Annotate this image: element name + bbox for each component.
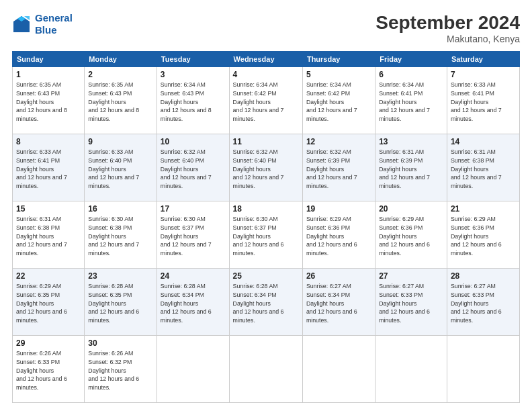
col-monday: Monday [85, 52, 157, 67]
col-sunday: Sunday [13, 52, 85, 67]
table-row: 16 Sunrise: 6:30 AM Sunset: 6:38 PM Dayl… [85, 201, 157, 269]
table-row: 20 Sunrise: 6:29 AM Sunset: 6:36 PM Dayl… [375, 201, 447, 269]
day-info: Sunrise: 6:31 AM Sunset: 6:38 PM Dayligh… [16, 215, 81, 258]
table-row: 2 Sunrise: 6:35 AM Sunset: 6:43 PM Dayli… [85, 67, 157, 134]
day-number: 13 [379, 137, 443, 146]
day-info: Sunrise: 6:29 AM Sunset: 6:35 PM Dayligh… [16, 282, 81, 325]
day-info: Sunrise: 6:34 AM Sunset: 6:42 PM Dayligh… [233, 81, 299, 124]
col-thursday: Thursday [302, 52, 375, 67]
table-row: 3 Sunrise: 6:34 AM Sunset: 6:43 PM Dayli… [157, 67, 229, 134]
day-info: Sunrise: 6:28 AM Sunset: 6:34 PM Dayligh… [233, 282, 299, 325]
table-row: 9 Sunrise: 6:33 AM Sunset: 6:40 PM Dayli… [85, 134, 157, 201]
table-row: 12 Sunrise: 6:32 AM Sunset: 6:39 PM Dayl… [302, 134, 375, 201]
calendar-table: Sunday Monday Tuesday Wednesday Thursday… [12, 51, 520, 403]
table-row [447, 336, 519, 403]
day-number: 30 [88, 338, 153, 348]
day-info: Sunrise: 6:32 AM Sunset: 6:40 PM Dayligh… [161, 148, 226, 191]
day-number: 4 [233, 70, 299, 79]
day-info: Sunrise: 6:27 AM Sunset: 6:34 PM Dayligh… [306, 282, 371, 325]
calendar-header-row: Sunday Monday Tuesday Wednesday Thursday… [13, 52, 520, 67]
table-row [229, 336, 302, 403]
day-number: 21 [451, 204, 516, 214]
day-number: 17 [161, 204, 226, 214]
day-info: Sunrise: 6:34 AM Sunset: 6:42 PM Dayligh… [306, 81, 371, 124]
day-number: 3 [161, 70, 226, 79]
day-info: Sunrise: 6:33 AM Sunset: 6:41 PM Dayligh… [16, 148, 81, 191]
table-row: 7 Sunrise: 6:33 AM Sunset: 6:41 PM Dayli… [447, 67, 519, 134]
col-friday: Friday [375, 52, 447, 67]
table-row: 1 Sunrise: 6:35 AM Sunset: 6:43 PM Dayli… [13, 67, 85, 134]
page: GeneralBlue September 2024 Makutano, Ken… [0, 0, 532, 411]
day-number: 20 [379, 204, 443, 214]
day-info: Sunrise: 6:33 AM Sunset: 6:41 PM Dayligh… [451, 81, 516, 124]
day-info: Sunrise: 6:32 AM Sunset: 6:39 PM Dayligh… [306, 148, 371, 191]
table-row: 26 Sunrise: 6:27 AM Sunset: 6:34 PM Dayl… [302, 269, 375, 336]
day-info: Sunrise: 6:35 AM Sunset: 6:43 PM Dayligh… [88, 81, 153, 124]
day-info: Sunrise: 6:27 AM Sunset: 6:33 PM Dayligh… [451, 282, 516, 325]
table-row: 23 Sunrise: 6:28 AM Sunset: 6:35 PM Dayl… [85, 269, 157, 336]
table-row [302, 336, 375, 403]
day-info: Sunrise: 6:30 AM Sunset: 6:38 PM Dayligh… [88, 215, 153, 258]
day-info: Sunrise: 6:29 AM Sunset: 6:36 PM Dayligh… [379, 215, 443, 258]
table-row: 14 Sunrise: 6:31 AM Sunset: 6:38 PM Dayl… [447, 134, 519, 201]
day-number: 23 [88, 271, 153, 281]
day-number: 15 [16, 204, 81, 214]
day-info: Sunrise: 6:30 AM Sunset: 6:37 PM Dayligh… [233, 215, 299, 258]
table-row: 8 Sunrise: 6:33 AM Sunset: 6:41 PM Dayli… [13, 134, 85, 201]
day-number: 24 [161, 271, 226, 281]
table-row: 22 Sunrise: 6:29 AM Sunset: 6:35 PM Dayl… [13, 269, 85, 336]
table-row: 19 Sunrise: 6:29 AM Sunset: 6:36 PM Dayl… [302, 201, 375, 269]
day-info: Sunrise: 6:28 AM Sunset: 6:35 PM Dayligh… [88, 282, 153, 325]
day-number: 25 [233, 271, 299, 281]
table-row: 6 Sunrise: 6:34 AM Sunset: 6:41 PM Dayli… [375, 67, 447, 134]
table-row: 27 Sunrise: 6:27 AM Sunset: 6:33 PM Dayl… [375, 269, 447, 336]
day-number: 8 [16, 137, 81, 146]
table-row: 29 Sunrise: 6:26 AM Sunset: 6:33 PM Dayl… [13, 336, 85, 403]
day-info: Sunrise: 6:32 AM Sunset: 6:40 PM Dayligh… [233, 148, 299, 191]
day-info: Sunrise: 6:28 AM Sunset: 6:34 PM Dayligh… [161, 282, 226, 325]
day-info: Sunrise: 6:34 AM Sunset: 6:43 PM Dayligh… [161, 81, 226, 124]
day-number: 16 [88, 204, 153, 214]
table-row: 13 Sunrise: 6:31 AM Sunset: 6:39 PM Dayl… [375, 134, 447, 201]
day-number: 9 [88, 137, 153, 146]
day-number: 29 [16, 338, 81, 348]
table-row: 24 Sunrise: 6:28 AM Sunset: 6:34 PM Dayl… [157, 269, 229, 336]
day-info: Sunrise: 6:27 AM Sunset: 6:33 PM Dayligh… [379, 282, 443, 325]
day-number: 26 [306, 271, 371, 281]
day-number: 11 [233, 137, 299, 146]
table-row: 30 Sunrise: 6:26 AM Sunset: 6:32 PM Dayl… [85, 336, 157, 403]
table-row [375, 336, 447, 403]
day-info: Sunrise: 6:35 AM Sunset: 6:43 PM Dayligh… [16, 81, 81, 124]
location: Makutano, Kenya [375, 34, 520, 44]
title-block: September 2024 Makutano, Kenya [375, 12, 520, 44]
day-number: 1 [16, 70, 81, 79]
logo: GeneralBlue [12, 12, 73, 36]
day-info: Sunrise: 6:33 AM Sunset: 6:40 PM Dayligh… [88, 148, 153, 191]
day-number: 28 [451, 271, 516, 281]
day-info: Sunrise: 6:29 AM Sunset: 6:36 PM Dayligh… [451, 215, 516, 258]
table-row: 28 Sunrise: 6:27 AM Sunset: 6:33 PM Dayl… [447, 269, 519, 336]
day-number: 18 [233, 204, 299, 214]
table-row: 18 Sunrise: 6:30 AM Sunset: 6:37 PM Dayl… [229, 201, 302, 269]
header: GeneralBlue September 2024 Makutano, Ken… [12, 12, 520, 44]
table-row: 25 Sunrise: 6:28 AM Sunset: 6:34 PM Dayl… [229, 269, 302, 336]
table-row: 4 Sunrise: 6:34 AM Sunset: 6:42 PM Dayli… [229, 67, 302, 134]
day-number: 12 [306, 137, 371, 146]
day-number: 14 [451, 137, 516, 146]
col-saturday: Saturday [447, 52, 519, 67]
month-title: September 2024 [375, 12, 520, 34]
table-row: 11 Sunrise: 6:32 AM Sunset: 6:40 PM Dayl… [229, 134, 302, 201]
table-row [157, 336, 229, 403]
table-row: 21 Sunrise: 6:29 AM Sunset: 6:36 PM Dayl… [447, 201, 519, 269]
day-number: 22 [16, 271, 81, 281]
table-row: 17 Sunrise: 6:30 AM Sunset: 6:37 PM Dayl… [157, 201, 229, 269]
day-number: 5 [306, 70, 371, 79]
day-number: 6 [379, 70, 443, 79]
table-row: 5 Sunrise: 6:34 AM Sunset: 6:42 PM Dayli… [302, 67, 375, 134]
day-info: Sunrise: 6:30 AM Sunset: 6:37 PM Dayligh… [161, 215, 226, 258]
col-tuesday: Tuesday [157, 52, 229, 67]
day-info: Sunrise: 6:26 AM Sunset: 6:32 PM Dayligh… [88, 349, 153, 392]
logo-text: GeneralBlue [35, 12, 73, 36]
logo-icon [12, 15, 31, 34]
day-number: 7 [451, 70, 516, 79]
